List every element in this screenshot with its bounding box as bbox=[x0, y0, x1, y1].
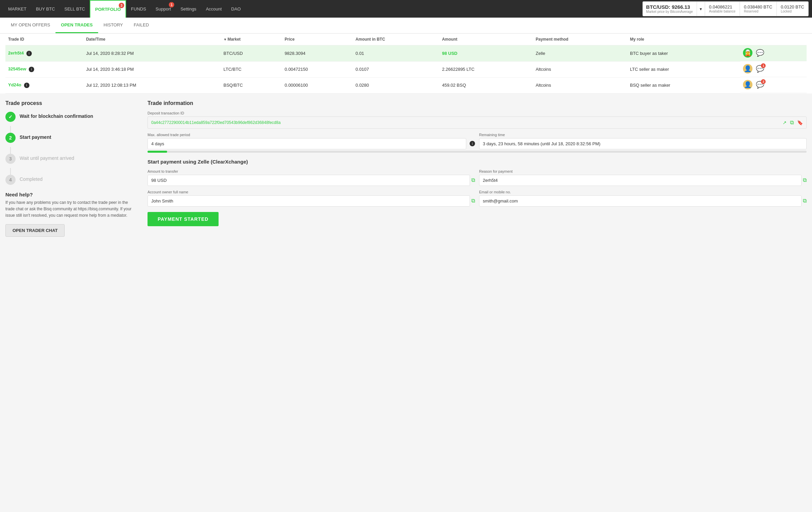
trade-id: 2erh5t4 bbox=[8, 50, 24, 56]
reserved-balance: 0.038480 BTC Reserved bbox=[740, 2, 777, 16]
left-panel: Trade process ✓ Wait for blockchain conf… bbox=[5, 100, 148, 237]
trade-amount: 98 USD bbox=[439, 45, 533, 62]
period-info-icon[interactable]: i bbox=[470, 141, 475, 146]
owner-value: John Smith bbox=[148, 195, 470, 207]
nav-item-market[interactable]: MARKET bbox=[3, 0, 31, 18]
payment-started-button[interactable]: PAYMENT STARTED bbox=[148, 212, 219, 226]
trade-progress-bar-wrap bbox=[148, 151, 807, 153]
amount-label: Amount to transfer bbox=[148, 169, 475, 173]
trade-info-icon[interactable]: i bbox=[26, 51, 32, 56]
step-3: 3 Wait until payment arrived bbox=[5, 154, 137, 164]
trade-amount: 459.02 BSQ bbox=[439, 77, 533, 93]
table-row[interactable]: 2erh5t4 i Jul 14, 2020 8:28:32 PM BTC/US… bbox=[5, 45, 807, 62]
chat-button[interactable]: 💬 bbox=[756, 49, 764, 57]
email-row: smith@gmail.com ⧉ bbox=[479, 195, 807, 207]
nav-item-buy-btc[interactable]: BUY BTC bbox=[31, 0, 60, 18]
copy-owner-icon[interactable]: ⧉ bbox=[471, 198, 475, 204]
chat-button[interactable]: 💬1 bbox=[756, 65, 764, 73]
reason-value: 2erh5t4 bbox=[479, 175, 802, 186]
tab-my-open-offers[interactable]: MY OPEN OFFERS bbox=[5, 18, 55, 33]
tab-history[interactable]: HISTORY bbox=[98, 18, 128, 33]
chat-button[interactable]: 💬2 bbox=[756, 81, 764, 89]
copy-amount-icon[interactable]: ⧉ bbox=[471, 177, 475, 183]
step-2-label: Start payment bbox=[20, 133, 51, 140]
step-4: 4 Completed bbox=[5, 175, 137, 185]
col-datetime: Date/Time bbox=[83, 34, 221, 45]
price-main: BTC/USD: 9266.13 Market price by Bitcoin… bbox=[643, 2, 697, 16]
trade-payment: Altcoins bbox=[533, 61, 627, 77]
col-amount-btc: Amount in BTC bbox=[353, 34, 439, 45]
payment-fields-grid: Amount to transfer 98 USD ⧉ Reason for p… bbox=[148, 169, 807, 207]
trade-role: BTC buyer as taker bbox=[627, 45, 740, 62]
step-1-label: Wait for blockchain confirmation bbox=[20, 112, 93, 119]
col-price: Price bbox=[282, 34, 353, 45]
col-trade-id: Trade ID bbox=[5, 34, 83, 45]
email-value: smith@gmail.com bbox=[479, 195, 802, 207]
nav-item-account[interactable]: Account bbox=[201, 0, 226, 18]
copy-email-icon[interactable]: ⧉ bbox=[803, 198, 807, 204]
nav-item-portfolio[interactable]: PORTFOLIO 3 bbox=[90, 0, 126, 18]
trade-datetime: Jul 14, 2020 8:28:32 PM bbox=[83, 45, 221, 62]
nav-item-funds[interactable]: FUNDS bbox=[126, 0, 151, 18]
bookmark-icon[interactable]: 🔖 bbox=[797, 120, 803, 125]
owner-label: Account owner full name bbox=[148, 190, 475, 194]
col-payment: Payment method bbox=[533, 34, 627, 45]
price-dropdown-btn[interactable]: ▾ bbox=[697, 2, 705, 16]
table-row[interactable]: 32545ew i Jul 14, 2020 3:46:18 PM LTC/BT… bbox=[5, 61, 807, 77]
step-3-label: Wait until payment arrived bbox=[20, 154, 74, 161]
amount-row: 98 USD ⧉ bbox=[148, 175, 475, 186]
trade-payment: Zelle bbox=[533, 45, 627, 62]
trade-id: 32545ew bbox=[8, 66, 26, 71]
trade-info-icon[interactable]: i bbox=[29, 67, 34, 72]
trade-progress-bar-fill bbox=[148, 151, 167, 153]
remaining-time-label: Remaining time bbox=[479, 133, 807, 137]
trade-datetime: Jul 14, 2020 3:46:18 PM bbox=[83, 61, 221, 77]
trades-table: Trade ID Date/Time ▼Market Price Amount … bbox=[5, 34, 807, 93]
need-help-title: Need help? bbox=[5, 192, 137, 197]
nav-item-dao[interactable]: DAO bbox=[226, 0, 245, 18]
copy-deposit-icon[interactable]: ⧉ bbox=[790, 120, 794, 126]
reason-row: 2erh5t4 ⧉ bbox=[479, 175, 807, 186]
open-trader-chat-button[interactable]: OPEN TRADER CHAT bbox=[5, 224, 65, 237]
step-1-icon: ✓ bbox=[5, 112, 16, 122]
max-period-label: Max. allowed trade period bbox=[148, 133, 475, 137]
nav-item-settings[interactable]: Settings bbox=[176, 0, 201, 18]
trade-market: BSQ/BTC bbox=[221, 77, 282, 93]
amount-value: 98 USD bbox=[148, 175, 470, 186]
step-4-icon: 4 bbox=[5, 175, 16, 185]
tab-failed[interactable]: FAILED bbox=[128, 18, 154, 33]
col-market: ▼Market bbox=[221, 34, 282, 45]
trade-role: LTC seller as maker bbox=[627, 61, 740, 77]
col-amount: Amount bbox=[439, 34, 533, 45]
nav-item-sell-btc[interactable]: SELL BTC bbox=[60, 0, 90, 18]
email-label: Email or mobile no. bbox=[479, 190, 807, 194]
trade-price: 0.00472150 bbox=[282, 61, 353, 77]
trade-id: Yd24o bbox=[8, 82, 21, 87]
remaining-time-value: 3 days, 23 hours, 58 minutes (until Jul … bbox=[479, 138, 807, 149]
avatar: 👤 bbox=[743, 80, 752, 89]
copy-reason-icon[interactable]: ⧉ bbox=[803, 177, 807, 183]
price-source: Market price by BitcoinAverage bbox=[646, 10, 693, 14]
nav-item-support[interactable]: Support 1 bbox=[151, 0, 176, 18]
payment-section-title: Start payment using Zelle (ClearXchange) bbox=[148, 159, 807, 165]
deposit-tx-row: 0a44c27722900014b11eda859a722f0ed70543b9… bbox=[148, 116, 807, 129]
tab-open-trades[interactable]: OPEN TRADES bbox=[55, 18, 98, 33]
top-nav: MARKET BUY BTC SELL BTC PORTFOLIO 3 FUND… bbox=[0, 0, 812, 18]
step-2: 2 Start payment bbox=[5, 133, 137, 143]
support-badge: 1 bbox=[169, 2, 174, 7]
col-role: My role bbox=[627, 34, 740, 45]
table-row[interactable]: Yd24o i Jul 12, 2020 12:08:13 PM BSQ/BTC… bbox=[5, 77, 807, 93]
available-balance: 0.04086221 Available balance bbox=[705, 2, 740, 16]
trade-price: 0.00006100 bbox=[282, 77, 353, 93]
trade-info-icon[interactable]: i bbox=[24, 83, 29, 88]
trade-market: BTC/USD bbox=[221, 45, 282, 62]
right-panel: Trade information Deposit transaction ID… bbox=[148, 100, 807, 237]
trade-market: LTC/BTC bbox=[221, 61, 282, 77]
trade-amount: 2.26622895 LTC bbox=[439, 61, 533, 77]
trade-amount-btc: 0.01 bbox=[353, 45, 439, 62]
need-help-section: Need help? If you have any problems you … bbox=[5, 192, 137, 237]
main-content: Trade process ✓ Wait for blockchain conf… bbox=[0, 93, 812, 244]
external-link-icon[interactable]: ↗ bbox=[783, 120, 787, 125]
step-1: ✓ Wait for blockchain confirmation bbox=[5, 112, 137, 122]
max-period-value: 4 days bbox=[148, 138, 466, 149]
